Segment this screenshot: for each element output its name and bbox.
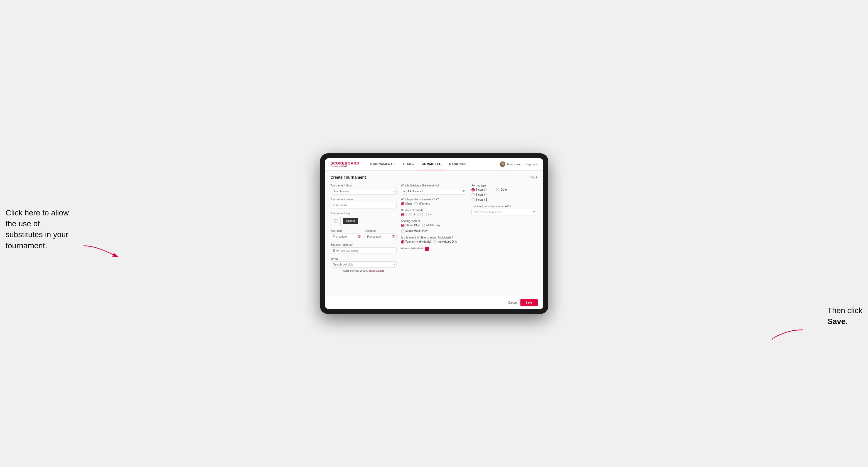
format-row-2: 6 count 4 — [471, 193, 537, 196]
format-row-1: 5 count 4 Other — [471, 188, 537, 191]
start-date-group: Start date 📅 — [331, 229, 363, 240]
format-5count4[interactable]: 5 count 4 — [471, 188, 487, 191]
tournament-name-input[interactable] — [331, 202, 397, 209]
teams-radio[interactable] — [401, 240, 404, 244]
allow-substitutes-checkbox[interactable]: ✓ — [425, 247, 429, 251]
sponsor-group: Sponsor (optional) — [331, 243, 397, 254]
venue-group: Venue ▾ Can't find your venue? email sup… — [331, 257, 397, 272]
individuals-only[interactable]: Individuals Only — [433, 240, 458, 244]
scoring-radio-group: Stroke Play Match Play Medal Match Play — [401, 224, 467, 233]
round-3-radio[interactable] — [417, 213, 421, 216]
page-header: Create Tournament Back — [331, 175, 538, 180]
allow-substitutes-item: Allow substitutes? ✓ — [401, 247, 467, 251]
tablet-frame: SCOREBOARD Powered by clippd TOURNAMENTS… — [320, 153, 548, 314]
nav-user: B blair admin | Sign out — [500, 161, 537, 167]
annotation-right: Then click Save. — [827, 305, 862, 327]
tournament-name-group: Tournament name — [331, 198, 397, 209]
cancel-button[interactable]: Cancel — [508, 301, 518, 304]
format-other-radio[interactable] — [496, 188, 500, 191]
venue-help: Can't find your venue? email support — [331, 270, 397, 272]
end-date-label: End date — [365, 229, 397, 232]
email-support-link[interactable]: email support — [369, 270, 384, 272]
format-6count4-radio[interactable] — [471, 193, 475, 196]
gender-womens[interactable]: Womens — [414, 202, 430, 206]
round-1-radio[interactable] — [401, 213, 404, 216]
form-col-1: Tournament Host ▾ Tournament name Tourna… — [331, 184, 397, 276]
round-1[interactable]: 1 — [401, 213, 407, 216]
nav-logo: SCOREBOARD Powered by clippd — [331, 161, 360, 167]
format-6count5[interactable]: 6 count 5 — [471, 198, 487, 201]
date-group: Start date 📅 End date 📅 — [331, 229, 397, 240]
allow-substitutes-group: Allow substitutes? ✓ — [401, 247, 467, 251]
upload-button[interactable]: Upload — [343, 218, 359, 224]
rounds-radio-group: 1 2 3 4 — [401, 213, 467, 216]
medal-match-play[interactable]: Medal Match Play — [401, 229, 428, 233]
format-6count5-radio[interactable] — [471, 198, 475, 201]
match-play-radio[interactable] — [422, 224, 425, 227]
event-type-group: Is this event for Teams and/or Individua… — [401, 236, 467, 244]
division-group: Which division is the event for? NCAA Di… — [401, 184, 467, 194]
page-title: Create Tournament — [331, 175, 366, 180]
scoring-api-label: Use third-party live scoring API? — [471, 205, 537, 208]
nav-item-teams[interactable]: TEAMS — [399, 158, 417, 170]
annotation-left: Click here to allow the use of substitut… — [6, 207, 78, 251]
tournament-host-label: Tournament Host — [331, 184, 397, 187]
event-type-label: Is this event for Teams and/or Individua… — [401, 236, 467, 239]
format-other[interactable]: Other — [496, 188, 507, 191]
gender-womens-radio[interactable] — [414, 202, 418, 206]
stroke-play-radio[interactable] — [401, 224, 404, 227]
tournament-name-label: Tournament name — [331, 198, 397, 201]
format-row-3: 6 count 5 — [471, 198, 537, 201]
tournament-logo-label: Tournament logo — [331, 212, 397, 215]
nav-bar: SCOREBOARD Powered by clippd TOURNAMENTS… — [325, 158, 543, 170]
venue-input[interactable] — [331, 261, 397, 268]
save-button[interactable]: Save — [520, 299, 538, 306]
gender-mens[interactable]: Mens — [401, 202, 412, 206]
form-col-2: Which division is the event for? NCAA Di… — [401, 184, 467, 276]
avatar: B — [500, 161, 505, 167]
page-content: Create Tournament Back Tournament Host ▾… — [325, 170, 543, 296]
round-4-radio[interactable] — [426, 213, 429, 216]
nav-item-tournaments[interactable]: TOURNAMENTS — [366, 158, 398, 170]
sponsor-input[interactable] — [331, 247, 397, 254]
form-columns: Tournament Host ▾ Tournament name Tourna… — [331, 184, 538, 276]
medal-match-play-radio[interactable] — [401, 229, 404, 233]
logo-placeholder-icon: 🖼 — [331, 216, 341, 226]
form-col-3: Format type 5 count 4 Other — [471, 184, 537, 276]
gender-mens-radio[interactable] — [401, 202, 404, 206]
calendar-icon: 📅 — [357, 235, 361, 238]
tournament-logo-group: Tournament logo 🖼 Upload — [331, 212, 397, 226]
logo-upload-area: 🖼 Upload — [331, 216, 397, 226]
format-6count4[interactable]: 6 count 4 — [471, 193, 487, 196]
tournament-host-input[interactable] — [331, 188, 397, 194]
gender-label: Which gender is the event for? — [401, 198, 467, 201]
format-5count4-radio[interactable] — [471, 188, 475, 191]
nav-items: TOURNAMENTS TEAMS COMMITTEE RANKINGS — [366, 158, 500, 170]
match-play[interactable]: Match Play — [422, 224, 440, 227]
venue-dropdown-icon: ▾ — [394, 263, 395, 266]
arrow-right-icon — [772, 327, 805, 341]
gender-group: Which gender is the event for? Mens Wome… — [401, 198, 467, 206]
gender-radio-group: Mens Womens — [401, 202, 467, 206]
round-3[interactable]: 3 — [417, 213, 424, 216]
individuals-only-radio[interactable] — [433, 240, 437, 244]
format-options: 5 count 4 Other 6 count 4 — [471, 188, 537, 201]
venue-label: Venue — [331, 257, 397, 260]
nav-item-committee[interactable]: COMMITTEE — [418, 158, 445, 170]
calendar-end-icon: 📅 — [392, 235, 395, 238]
page-footer: Cancel Save — [325, 296, 543, 309]
scoring-api-select[interactable]: Select a scoring service — [471, 209, 537, 215]
division-select[interactable]: NCAA Division I — [401, 188, 467, 194]
search-icon: ▾ — [394, 190, 395, 193]
tournament-host-group: Tournament Host ▾ — [331, 184, 397, 194]
back-link[interactable]: Back — [529, 176, 537, 179]
start-date-label: Start date — [331, 229, 363, 232]
nav-item-rankings[interactable]: RANKINGS — [446, 158, 470, 170]
round-4[interactable]: 4 — [426, 213, 432, 216]
round-2[interactable]: 2 — [409, 213, 415, 216]
rounds-group: Number of rounds 1 2 — [401, 209, 467, 216]
stroke-play[interactable]: Stroke Play — [401, 224, 420, 227]
allow-substitutes-label: Allow substitutes? — [401, 247, 423, 250]
teams-individuals[interactable]: Teams (+Individuals) — [401, 240, 431, 244]
round-2-radio[interactable] — [409, 213, 412, 216]
